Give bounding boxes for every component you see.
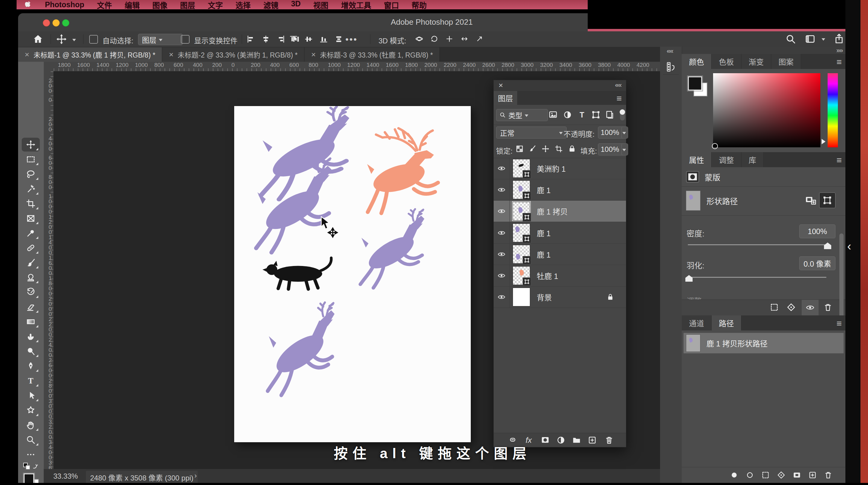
- deer-shape-bottom[interactable]: [268, 302, 335, 395]
- workspace-chevron-icon[interactable]: [819, 37, 825, 42]
- 3d-orbit-icon[interactable]: [415, 35, 423, 43]
- visibility-eye-icon[interactable]: [494, 201, 510, 222]
- density-slider-thumb[interactable]: [824, 243, 831, 249]
- lock-artboard-icon[interactable]: [555, 144, 563, 153]
- fill-chevron[interactable]: [621, 143, 628, 156]
- swap-colors-icon[interactable]: [22, 462, 39, 471]
- auto-select-checkbox[interactable]: [89, 35, 98, 44]
- path-selection-tool[interactable]: [22, 389, 40, 402]
- opacity-chevron[interactable]: [621, 127, 628, 138]
- menu-item[interactable]: 帮助: [412, 0, 427, 10]
- menu-item[interactable]: 图层: [180, 0, 195, 10]
- tab-properties[interactable]: 属性: [682, 152, 712, 167]
- layer-row-deer[interactable]: 鹿 1: [494, 179, 626, 201]
- menu-item[interactable]: 文件: [97, 0, 112, 10]
- align-bottom-icon[interactable]: [319, 35, 328, 43]
- menu-item[interactable]: 窗口: [384, 0, 399, 10]
- filter-toggle-pill[interactable]: [619, 108, 626, 122]
- align-middle-icon[interactable]: [304, 35, 313, 43]
- stag-shape-orange[interactable]: [367, 128, 438, 213]
- status-chevron-icon[interactable]: ›: [194, 472, 197, 480]
- tab-libraries[interactable]: 库: [741, 152, 764, 167]
- filter-image-icon[interactable]: [549, 110, 558, 119]
- 3d-scale-icon[interactable]: [475, 35, 484, 43]
- layer-row-stag[interactable]: 牡鹿 1: [494, 265, 626, 287]
- history-panel-icon[interactable]: [663, 59, 679, 75]
- align-right-icon[interactable]: [277, 35, 285, 43]
- menu-item[interactable]: 增效工具: [341, 0, 371, 10]
- hue-bar[interactable]: [828, 73, 838, 147]
- document-tab-2[interactable]: ×未标题-2 @ 33.3% (美洲豹 1, RGB/8) *: [162, 47, 304, 62]
- collapse-panel-icon[interactable]: ««: [615, 81, 621, 89]
- menu-item[interactable]: 编辑: [125, 0, 140, 10]
- new-path-icon[interactable]: [808, 471, 817, 479]
- adjustment-layer-icon[interactable]: [556, 435, 565, 445]
- feather-slider[interactable]: [688, 277, 827, 278]
- close-panel-icon[interactable]: ×: [498, 81, 503, 90]
- lock-transparency-icon[interactable]: [516, 144, 524, 153]
- deer-shape-top[interactable]: [261, 107, 349, 199]
- eyedropper-tool[interactable]: [22, 226, 40, 240]
- menu-item[interactable]: 滤镜: [264, 0, 278, 10]
- density-slider[interactable]: [688, 244, 830, 245]
- tab-swatches[interactable]: 色板: [712, 54, 741, 69]
- panel-menu-icon[interactable]: ≡: [836, 155, 842, 165]
- add-mask-from-path-icon[interactable]: [793, 471, 801, 479]
- layer-filter-type-dropdown[interactable]: 类型: [496, 109, 548, 121]
- vector-mask-button-active[interactable]: [819, 193, 835, 208]
- magic-wand-tool[interactable]: [22, 182, 40, 196]
- menu-item[interactable]: 选择: [236, 0, 251, 10]
- feather-slider-thumb[interactable]: [685, 275, 692, 282]
- visibility-eye-icon[interactable]: [494, 158, 510, 179]
- 3d-slide-icon[interactable]: [461, 35, 468, 43]
- stroke-path-icon[interactable]: [746, 471, 754, 479]
- color-picker-circle[interactable]: [712, 143, 718, 149]
- dodge-tool[interactable]: [22, 344, 40, 358]
- hue-slider-arrow[interactable]: [822, 139, 828, 144]
- menu-item[interactable]: 3D: [291, 0, 301, 10]
- shape-tool[interactable]: [22, 403, 40, 417]
- delete-layer-icon[interactable]: [604, 435, 614, 445]
- tab-adjustments[interactable]: 调整: [712, 152, 741, 167]
- menu-item[interactable]: 图像: [153, 0, 167, 10]
- eraser-tool[interactable]: [22, 300, 40, 314]
- delete-mask-icon[interactable]: [824, 303, 832, 312]
- load-selection-icon[interactable]: [770, 303, 779, 312]
- lasso-tool[interactable]: [22, 167, 40, 181]
- collapse-dock-icon[interactable]: ««: [667, 47, 673, 55]
- document-tab-1[interactable]: ×未标题-1 @ 33.3% (鹿 1 拷贝, RGB/8) *: [18, 47, 162, 62]
- visibility-eye-icon[interactable]: [494, 265, 510, 286]
- new-layer-icon[interactable]: [588, 435, 597, 445]
- share-icon[interactable]: [834, 33, 844, 44]
- visibility-eye-icon[interactable]: [494, 179, 510, 200]
- layer-thumbnail[interactable]: [513, 181, 530, 199]
- menu-item[interactable]: 文字: [208, 0, 223, 10]
- foreground-background-swatches[interactable]: [687, 75, 709, 98]
- auto-select-dropdown[interactable]: 图层: [138, 34, 183, 45]
- layer-row-deer[interactable]: 鹿 1: [494, 222, 626, 244]
- zoom-tool[interactable]: [22, 433, 40, 447]
- fill-path-icon[interactable]: [730, 471, 738, 479]
- menu-item[interactable]: 视图: [313, 0, 329, 10]
- clone-stamp-tool[interactable]: [22, 270, 40, 284]
- tab-layers[interactable]: 图层: [494, 91, 517, 105]
- hand-tool[interactable]: [22, 418, 40, 432]
- visibility-eye-icon[interactable]: [494, 287, 510, 308]
- lock-position-icon[interactable]: [541, 144, 550, 153]
- delete-path-icon[interactable]: [824, 471, 832, 479]
- workspace-switcher-icon[interactable]: [805, 34, 815, 44]
- frame-tool[interactable]: [22, 212, 40, 225]
- filter-smart-object-icon[interactable]: [605, 110, 614, 119]
- smudge-tool[interactable]: [22, 329, 40, 344]
- tab-color[interactable]: 颜色: [682, 54, 712, 69]
- vertical-ruler[interactable]: 2000200400600800100012001400160018002000…: [44, 71, 54, 469]
- apply-mask-icon[interactable]: [786, 303, 796, 312]
- close-tab-icon[interactable]: ×: [311, 50, 315, 59]
- layer-thumbnail[interactable]: [513, 288, 530, 306]
- shape-path-row[interactable]: 形状路径: [686, 191, 738, 211]
- layer-thumbnail[interactable]: [513, 266, 530, 285]
- path-selection-icon[interactable]: [761, 471, 770, 479]
- search-icon[interactable]: [785, 34, 796, 44]
- tab-paths[interactable]: 路径: [712, 315, 741, 330]
- layer-thumbnail[interactable]: [513, 245, 530, 264]
